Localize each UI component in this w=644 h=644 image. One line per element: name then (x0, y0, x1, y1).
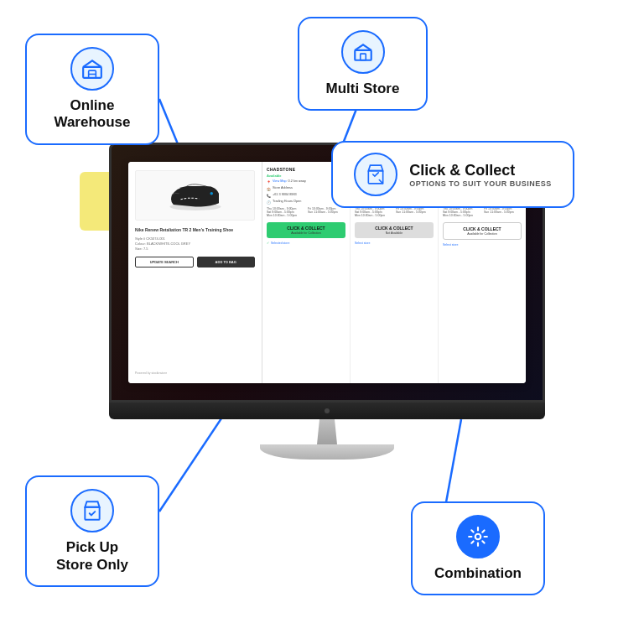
hours-grid-1: Thu 10:00am - 9:00pm Fri 10:00am - 9:00p… (267, 207, 345, 217)
warehouse-icon (70, 47, 114, 91)
badge-pickup: Pick Up Store Only (25, 475, 159, 587)
clickcollect-icon (354, 153, 397, 196)
select-store-label-1: Selected store (271, 242, 289, 245)
svg-point-12 (475, 533, 481, 539)
multistore-label: Multi Store (326, 80, 400, 97)
shoe-image (166, 179, 225, 212)
badge-warehouse: Online Warehouse (25, 34, 159, 145)
phone-icon-1: 📞 (267, 194, 271, 199)
check-icon-1: ✓ (267, 242, 269, 245)
product-panel: Nike Renew Retaliation TR 2 Men's Traini… (128, 162, 262, 383)
badge-combination: Combination (411, 501, 545, 595)
hours-mon-3: Mon 10:00am - 5:00pm (443, 214, 480, 217)
scene: Online Warehouse Multi Store Click & Col… (0, 0, 644, 644)
hours-grid-2: Thu 10:00am - 9:00pm Fri 10:00am - 9:00p… (355, 207, 434, 217)
hours-mon-1: Mon 10:00am - 5:00pm (267, 214, 304, 217)
select-store-label-2: Select store (355, 242, 370, 245)
combination-icon (456, 515, 500, 558)
store-maplink-1[interactable]: View Map (273, 179, 287, 184)
update-search-button[interactable]: UPDATE SEARCH (135, 257, 194, 267)
svg-point-14 (210, 192, 213, 195)
monitor-base (260, 444, 394, 460)
monitor-neck (302, 419, 352, 444)
clock-icon-1: 🕐 (267, 200, 271, 205)
cnc-sub-1: Available for Collection (270, 231, 342, 235)
svg-rect-9 (360, 54, 366, 60)
warehouse-label: Online Warehouse (54, 97, 130, 132)
cnc-button-2[interactable]: CLICK & COLLECT Not Available (355, 222, 434, 238)
pickup-label: Pick Up Store Only (56, 539, 128, 574)
product-size: Size: 7.5 (135, 247, 255, 252)
monitor-dot (325, 408, 330, 413)
select-store-3[interactable]: Select store (443, 243, 522, 247)
clickcollect-title: Click & Collect (409, 162, 515, 179)
hours-mon-2: Mon 10:00am - 5:00pm (355, 214, 392, 217)
cnc-title-1: CLICK & COLLECT (270, 226, 342, 231)
store-address-1: Store Address (273, 186, 293, 190)
clickcollect-subtitle: OPTIONS TO SUIT YOUR BUSINESS (409, 179, 552, 188)
pickup-svg (81, 500, 103, 522)
store-phone-1: +61 3 9004 8983 (273, 193, 297, 197)
clickcollect-svg (365, 164, 387, 185)
select-store-2[interactable]: Select store (355, 242, 434, 245)
cnc-title-3: CLICK & COLLECT (447, 226, 517, 231)
cnc-title-2: CLICK & COLLECT (358, 226, 430, 231)
map-icon-1: 📍 (267, 180, 271, 185)
combination-svg (467, 526, 489, 548)
powered-by: Powered by stockinstore (135, 371, 255, 375)
store-dist-1: 0.2 km away (288, 179, 306, 184)
monitor-bezel-bottom (109, 402, 545, 419)
combination-label: Combination (434, 565, 522, 582)
address-icon-1: 🏠 (267, 187, 271, 192)
badge-clickcollect: Click & Collect OPTIONS TO SUIT YOUR BUS… (331, 141, 574, 208)
svg-rect-5 (83, 67, 101, 78)
hours-sun-2: Sun 11:00am - 5:00pm (396, 210, 434, 214)
multistore-icon (341, 30, 385, 74)
warehouse-svg (81, 58, 103, 80)
store-hours-1: Trading Hours Open (273, 200, 301, 204)
cnc-button-1[interactable]: CLICK & COLLECT Available for Collection (267, 222, 345, 238)
product-buttons: UPDATE SEARCH ADD TO BAG (135, 257, 255, 267)
add-to-bag-button[interactable]: ADD TO BAG (197, 257, 256, 267)
product-name: Nike Renew Retaliation TR 2 Men's Traini… (135, 227, 255, 233)
multistore-svg (352, 41, 374, 63)
cnc-button-3[interactable]: CLICK & COLLECT Available for Collection (443, 222, 522, 240)
hours-grid-3: Thu 10:00am - 9:00pm Fri 10:00am - 9:00p… (443, 207, 522, 217)
clickcollect-text: Click & Collect OPTIONS TO SUIT YOUR BUS… (409, 162, 552, 188)
select-store-label-3: Select store (443, 243, 458, 247)
pickup-icon (70, 489, 114, 532)
cnc-sub-3: Available for Collection (447, 232, 517, 236)
svg-rect-8 (355, 50, 371, 60)
select-store-1[interactable]: ✓ Selected store (267, 242, 345, 245)
cnc-sub-2: Not Available (358, 231, 430, 235)
product-image-area (135, 170, 255, 221)
hours-sun-3: Sun 11:00am - 5:00pm (484, 210, 522, 214)
badge-multistore: Multi Store (298, 17, 428, 111)
store-name-1: CHADSTONE (267, 167, 295, 172)
hours-sun-1: Sun 11:00am - 5:00pm (308, 210, 345, 214)
